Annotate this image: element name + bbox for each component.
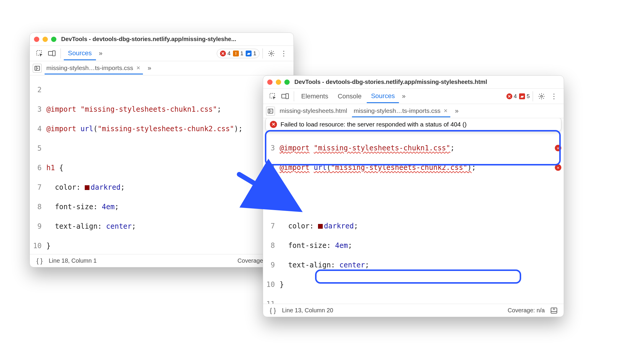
titlebar: DevTools - devtools-dbg-stories.netlify.…: [263, 76, 564, 89]
file-tab-label: missing-stylesh…ts-imports.css: [354, 107, 441, 114]
cursor-position: Line 13, Column 20: [282, 307, 333, 314]
close-dot[interactable]: [34, 37, 39, 42]
svg-rect-2: [53, 51, 55, 56]
color-swatch[interactable]: [85, 185, 89, 190]
device-icon[interactable]: [46, 48, 58, 59]
code-editor[interactable]: ✕ Failed to load resource: the server re…: [263, 118, 564, 304]
inspect-icon[interactable]: [267, 91, 278, 102]
titlebar: DevTools - devtools-dbg-stories.netlify.…: [30, 33, 294, 46]
settings-icon[interactable]: [536, 91, 547, 102]
code-editor[interactable]: 2 3@import "missing-stylesheets-chukn1.c…: [30, 75, 294, 254]
svg-rect-10: [286, 94, 288, 99]
error-count: ✕4: [506, 93, 517, 100]
main-tabs: Sources » ✕4 !1 ▰1 ⋮: [30, 46, 294, 61]
drawer-icon[interactable]: [548, 305, 560, 316]
tab-sources[interactable]: Sources: [64, 47, 96, 60]
more-tabs-icon[interactable]: »: [97, 48, 104, 59]
divider: [294, 91, 294, 101]
error-marker-icon[interactable]: ✕: [555, 145, 561, 151]
divider: [263, 48, 263, 59]
error-marker-icon[interactable]: ✕: [555, 164, 561, 171]
minimize-dot[interactable]: [43, 37, 48, 42]
minimize-dot[interactable]: [276, 79, 281, 85]
file-tab-label: missing-stylesh…ts-imports.css: [46, 64, 133, 72]
tab-console[interactable]: Console: [334, 90, 366, 103]
close-dot[interactable]: [267, 79, 273, 85]
inspect-icon[interactable]: [34, 48, 45, 59]
close-file-icon[interactable]: ×: [136, 64, 141, 72]
issue-counts[interactable]: ✕4 ▰5: [506, 92, 530, 101]
file-tabs: missing-stylesh…ts-imports.css × »: [30, 61, 294, 75]
divider: [61, 48, 61, 59]
coverage-label: Coverage: n/a: [508, 307, 545, 314]
error-icon: ✕: [270, 121, 277, 128]
main-tabs: Elements Console Sources » ✕4 ▰5 ⋮: [263, 89, 564, 104]
nav-panel-icon[interactable]: [33, 64, 42, 73]
status-bar: { } Line 13, Column 20 Coverage: n/a: [263, 304, 564, 317]
tab-sources[interactable]: Sources: [367, 90, 399, 103]
zoom-dot[interactable]: [51, 37, 56, 42]
tab-elements[interactable]: Elements: [297, 90, 332, 103]
pretty-print-icon[interactable]: { }: [267, 305, 278, 316]
svg-point-3: [270, 53, 272, 54]
pretty-print-icon[interactable]: { }: [34, 255, 45, 267]
tooltip-text: Failed to load resource: the server resp…: [281, 121, 467, 128]
error-icon: ✕: [220, 51, 226, 56]
issues-count: ▰1: [246, 50, 256, 57]
info-icon: ▰: [246, 51, 252, 56]
arrow-icon: [236, 171, 301, 214]
device-icon[interactable]: [280, 91, 291, 102]
warning-icon: !: [233, 51, 239, 56]
divider: [533, 91, 533, 101]
issue-counts[interactable]: ✕4 !1 ▰1: [217, 49, 260, 58]
cursor-position: Line 18, Column 1: [49, 257, 97, 264]
settings-icon[interactable]: [266, 48, 277, 59]
issues-icon: ▰: [519, 93, 525, 99]
file-tab-active[interactable]: missing-stylesh…ts-imports.css ×: [45, 62, 143, 74]
close-file-icon[interactable]: ×: [443, 107, 449, 115]
nav-panel-icon[interactable]: [266, 107, 275, 116]
window-title: DevTools - devtools-dbg-stories.netlify.…: [61, 36, 236, 43]
zoom-dot[interactable]: [284, 79, 290, 85]
status-bar: { } Line 18, Column 1 Coverage: n/a: [30, 254, 294, 267]
more-icon[interactable]: ⋮: [278, 48, 289, 59]
more-files-icon[interactable]: »: [453, 106, 460, 116]
window-controls: [34, 37, 56, 42]
file-tab-html[interactable]: missing-stylesheets.html: [278, 105, 349, 117]
file-tab-css[interactable]: missing-stylesh…ts-imports.css ×: [352, 105, 450, 117]
devtools-window-before: DevTools - devtools-dbg-stories.netlify.…: [30, 33, 294, 267]
issues-count: ▰5: [519, 93, 530, 100]
file-tabs: missing-stylesheets.html missing-stylesh…: [263, 104, 564, 118]
devtools-window-after: DevTools - devtools-dbg-stories.netlify.…: [263, 75, 564, 317]
more-tabs-icon[interactable]: »: [400, 91, 407, 101]
file-tab-label: missing-stylesheets.html: [280, 107, 347, 114]
window-title: DevTools - devtools-dbg-stories.netlify.…: [294, 79, 487, 85]
error-icon: ✕: [506, 93, 512, 99]
more-icon[interactable]: ⋮: [548, 91, 560, 102]
error-count: ✕4: [220, 50, 231, 57]
more-files-icon[interactable]: »: [146, 63, 153, 73]
window-controls: [267, 79, 290, 85]
warning-count: !1: [233, 50, 244, 57]
svg-point-11: [541, 95, 542, 97]
color-swatch[interactable]: [318, 224, 323, 229]
error-tooltip: ✕ Failed to load resource: the server re…: [265, 118, 561, 131]
